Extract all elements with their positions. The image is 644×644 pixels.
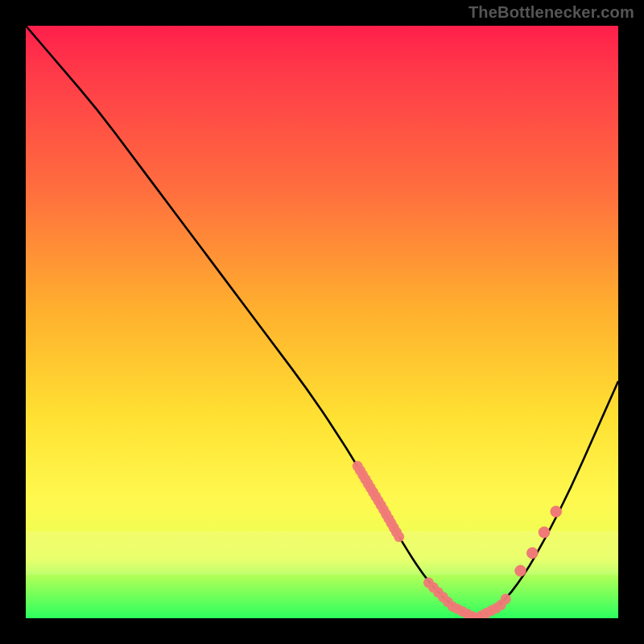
data-marker <box>551 506 562 518</box>
data-marker <box>515 565 526 576</box>
source-label: TheBottlenecker.com <box>469 3 634 22</box>
bottleneck-curve <box>26 26 618 615</box>
chart-wrapper: TheBottlenecker.com <box>0 0 644 644</box>
data-marker <box>501 594 511 605</box>
curve-svg <box>26 26 618 618</box>
plot-area <box>26 26 618 618</box>
marker-group <box>353 461 562 618</box>
data-marker <box>394 531 404 542</box>
data-marker <box>526 547 538 559</box>
data-marker <box>539 526 550 538</box>
